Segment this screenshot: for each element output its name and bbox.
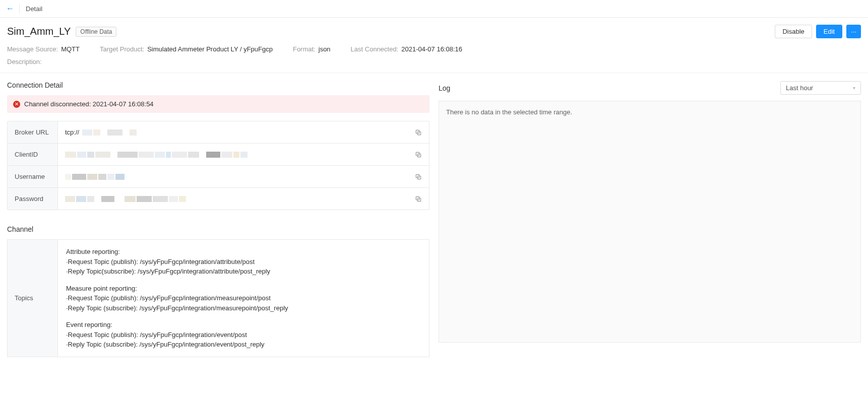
back-arrow-icon[interactable]: ← — [6, 4, 20, 13]
meta-value: MQTT — [61, 45, 80, 53]
topic-line: ·Request Topic (publish): /sys/yFpuFgcp/… — [66, 257, 421, 267]
row-client-id: ClientID — [8, 144, 429, 166]
meta-label: Target Product: — [100, 45, 144, 53]
topic-line: ·Request Topic (publish): /sys/yFpuFgcp/… — [66, 293, 421, 303]
topic-line: ·Reply Topic (subscribe): /sys/yFpuFgcp/… — [66, 303, 421, 313]
row-broker-url: Broker URL tcp:// — [8, 121, 429, 144]
value-password — [65, 196, 186, 202]
channel-title: Channel — [7, 225, 429, 233]
meta-label: Message Source: — [7, 45, 58, 53]
edit-button[interactable]: Edit — [816, 25, 842, 38]
meta-format: Format: json — [293, 45, 331, 53]
meta-value: Simulated Ammeter Product LY / yFpuFgcp — [147, 45, 273, 53]
topic-group-event: Event reporting: ·Request Topic (publish… — [66, 320, 421, 350]
value-broker-url: tcp:// — [65, 128, 137, 136]
copy-icon[interactable] — [415, 151, 422, 158]
header-actions: Disable Edit ··· — [775, 25, 861, 38]
copy-icon[interactable] — [415, 129, 422, 136]
broker-url-prefix: tcp:// — [65, 128, 79, 136]
page-title: Sim_Amm_LY — [7, 26, 71, 37]
alert-text: Channel disconnected: 2021-04-07 16:08:5… — [24, 100, 154, 108]
status-badge: Offline Data — [76, 27, 116, 37]
breadcrumb: Detail — [26, 5, 42, 13]
topic-line: ·Reply Topic(subscribe): /sys/yFpuFgcp/i… — [66, 266, 421, 277]
log-panel: There is no data in the selected time ra… — [439, 101, 861, 343]
meta-last-connected: Last Connected: 2021-04-07 16:08:16 — [351, 45, 462, 53]
topic-group-measurepoint: Measure point reporting: ·Request Topic … — [66, 284, 421, 313]
connection-detail-title: Connection Detail — [7, 81, 429, 89]
meta-label: Last Connected: — [351, 45, 399, 53]
label-client-id: ClientID — [8, 144, 58, 165]
disable-button[interactable]: Disable — [775, 25, 812, 38]
time-range-select[interactable]: Last hour ▾ — [780, 81, 861, 95]
label-username: Username — [8, 166, 58, 187]
log-title: Log — [439, 84, 450, 92]
value-client-id — [65, 152, 247, 158]
more-button[interactable]: ··· — [846, 25, 861, 38]
copy-icon[interactable] — [415, 173, 422, 180]
page-header: Sim_Amm_LY Offline Data Disable Edit ···… — [0, 18, 868, 73]
meta-message-source: Message Source: MQTT — [7, 45, 80, 53]
time-range-value: Last hour — [786, 84, 813, 92]
topic-group-title: Measure point reporting: — [66, 284, 421, 294]
topic-line: ·Reply Topic (subscribe): /sys/yFpuFgcp/… — [66, 340, 421, 350]
value-username — [65, 174, 125, 180]
meta-label: Format: — [293, 45, 316, 53]
meta-label: Description: — [7, 58, 42, 65]
top-bar: ← Detail — [0, 0, 868, 18]
chevron-down-icon: ▾ — [853, 85, 855, 91]
connection-detail-table: Broker URL tcp:// — [7, 121, 429, 210]
copy-icon[interactable] — [415, 195, 422, 203]
meta-target-product: Target Product: Simulated Ammeter Produc… — [100, 45, 273, 53]
log-empty-text: There is no data in the selected time ra… — [446, 108, 572, 116]
error-icon: ✕ — [13, 101, 20, 108]
topics-label: Topics — [8, 240, 58, 357]
label-password: Password — [8, 188, 58, 210]
row-username: Username — [8, 166, 429, 188]
row-password: Password — [8, 188, 429, 210]
topic-group-title: Event reporting: — [66, 320, 421, 330]
alert-channel-disconnected: ✕ Channel disconnected: 2021-04-07 16:08… — [7, 95, 429, 113]
topic-group-title: Attribute reporting: — [66, 247, 421, 257]
label-broker-url: Broker URL — [8, 121, 58, 143]
topics-content: Attribute reporting: ·Request Topic (pub… — [58, 240, 429, 357]
topic-group-attribute: Attribute reporting: ·Request Topic (pub… — [66, 247, 421, 277]
meta-value: 2021-04-07 16:08:16 — [401, 45, 462, 53]
meta-value: json — [319, 45, 331, 53]
topic-line: ·Request Topic (publish): /sys/yFpuFgcp/… — [66, 330, 421, 340]
topics-table: Topics Attribute reporting: ·Request Top… — [7, 239, 429, 357]
meta-description: Description: — [7, 58, 45, 65]
